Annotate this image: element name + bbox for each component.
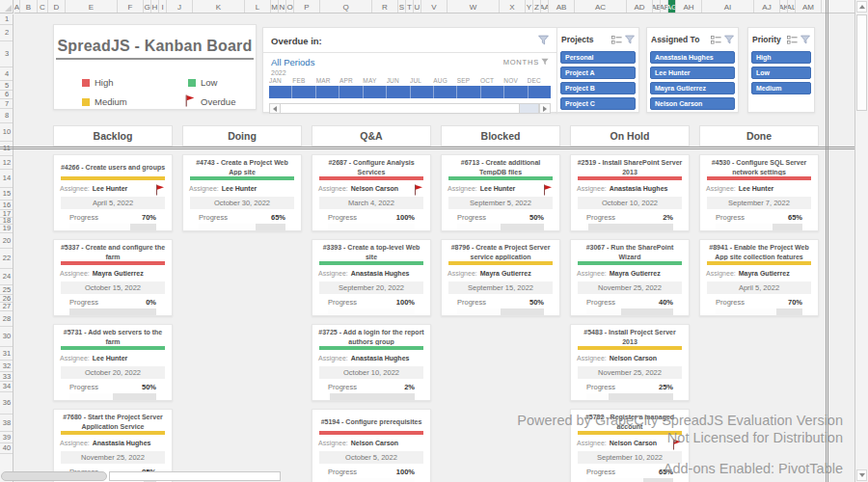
slicer-item[interactable]: Mayra Gutierrez [650,82,735,94]
row-header-cell[interactable]: 5 [0,81,14,91]
timeline-unit-selector[interactable]: MONTHS [503,58,549,67]
row-header-cell[interactable]: 33 [0,372,14,382]
column-header-cell[interactable]: W [448,0,500,13]
slicer-item[interactable]: Anastasia Hughes [650,51,735,64]
column-header-cell[interactable]: T [406,0,414,13]
multi-select-icon[interactable] [711,31,721,48]
timeline-bar-segment[interactable] [457,86,480,98]
column-header-cell[interactable]: AB [549,0,575,13]
kanban-card[interactable]: #3393 - Create a top-level Web site Assi… [312,239,431,316]
timeline-month-label[interactable]: MAY [363,77,386,84]
column-header-cell[interactable]: AK [780,0,788,13]
column-header-cell[interactable]: AJ [754,0,780,13]
column-header-cell[interactable]: X [500,0,526,13]
timeline-scroll-right-icon[interactable] [539,103,551,114]
vertical-scroll-thumb[interactable] [856,14,867,111]
column-header-cell[interactable]: J [167,0,193,13]
row-header-cell[interactable]: 38 [0,415,14,432]
filter-funnel-icon[interactable] [800,31,810,48]
column-header-cell[interactable]: AF [661,0,668,13]
column-header-cell[interactable]: AA [541,0,549,13]
row-header-cell[interactable]: 2 [0,25,14,41]
column-header-cell[interactable]: AI [702,0,754,13]
kanban-card[interactable]: #5194 - Configure prerequisites Assignee… [312,409,431,482]
select-all-corner[interactable] [0,0,14,13]
slicer-item[interactable]: Project B [560,82,636,94]
kanban-card[interactable]: #3067 - Run the SharePoint Wizard Assign… [570,239,690,316]
timeline-bar-segment[interactable] [481,86,504,98]
column-header-cell[interactable]: U [414,0,421,13]
multi-select-icon[interactable] [611,31,622,48]
column-header-cell[interactable]: M [271,0,279,13]
slicer-item[interactable]: Medium [751,82,811,94]
column-header-cell[interactable]: V [421,0,448,13]
kanban-card[interactable]: #4266 - Create users and groups Assignee… [53,154,173,231]
timeline-bar-segment[interactable] [529,86,551,98]
row-header-cell[interactable]: 8 [0,109,14,123]
timeline-month-label[interactable]: OCT [480,77,503,84]
column-header-cell[interactable]: O [286,0,294,13]
filter-funnel-icon[interactable] [724,31,734,48]
timeline-bar-segment[interactable] [316,86,339,98]
timeline-month-label[interactable]: NOV [503,77,527,84]
kanban-card[interactable]: #8796 - Create a Project Server service … [441,239,560,316]
timeline-bar-segment[interactable] [364,86,387,98]
row-header-cell[interactable]: 32 [0,361,14,372]
scroll-down-icon[interactable] [856,469,867,481]
column-header-cell[interactable]: I [159,0,167,13]
timeline-month-label[interactable]: FEB [292,77,315,84]
row-header-cell[interactable]: 24 [0,269,14,285]
column-header-cell[interactable]: K [193,0,245,13]
column-header-cell[interactable]: AL [788,0,796,13]
kanban-card[interactable]: #5337 - Create and configure the farm As… [53,239,173,316]
column-header-cell[interactable]: Q [320,0,372,13]
timeline-scroll-track[interactable] [520,103,539,114]
kanban-card[interactable]: #6713 - Create additional TempDB files A… [441,154,560,231]
row-header-cell[interactable]: 4 [0,67,14,81]
row-header-cell[interactable]: 25 [0,285,14,295]
column-header-cell[interactable]: AH [676,0,702,13]
column-header-cell[interactable]: E [66,0,118,13]
timeline-scrollbar[interactable] [269,103,551,114]
column-header-cell[interactable]: L [245,0,271,13]
row-header-cell[interactable]: 17 [0,210,14,218]
row-header-cell[interactable]: 40 [0,443,14,454]
row-header-cell[interactable]: 10 [0,123,14,142]
scroll-up-icon[interactable] [856,1,867,13]
column-header-cell[interactable]: C [38,0,48,13]
column-header-cell[interactable]: P [294,0,320,13]
row-header-cell[interactable]: 14 [0,170,14,188]
kanban-card[interactable]: #3725 - Add a login for the report autho… [312,324,431,401]
column-header-cell[interactable]: AM [796,0,822,13]
timeline-bar-segment[interactable] [411,86,434,98]
row-header-cell[interactable]: 27 [0,303,14,311]
row-header-cell[interactable]: 26 [0,295,14,303]
column-header-cell[interactable]: H [151,0,159,13]
timeline-month-label[interactable]: JUN [387,77,410,84]
timeline-month-label[interactable]: MAR [316,77,339,84]
kanban-card[interactable]: #2687 - Configure Analysis Services Assi… [312,154,431,231]
timeline-month-label[interactable]: DEC [528,77,551,84]
kanban-card[interactable]: #8941 - Enable the Project Web App site … [699,239,819,316]
timeline-bar-segment[interactable] [292,86,315,98]
horizontal-scroll-thumb[interactable] [1,471,107,481]
column-header-cell[interactable]: F [118,0,144,13]
timeline-bar-segment[interactable] [269,86,292,98]
timeline-bar-segment[interactable] [504,86,528,98]
timeline-scroll-left-icon[interactable] [269,103,281,114]
row-header-cell[interactable]: 19 [0,225,14,233]
row-header-cell[interactable]: 15 [0,188,14,201]
column-header-cell[interactable]: B [20,0,38,13]
timeline-scroll-thumb[interactable] [281,103,520,114]
column-header-cell[interactable]: D [48,0,66,13]
slicer-item[interactable]: Personal [560,51,636,64]
column-header-cell[interactable]: AD [627,0,653,13]
column-header-cell[interactable]: S [398,0,406,13]
column-header-cell[interactable]: R [372,0,398,13]
row-header-cell[interactable]: 18 [0,218,14,225]
vertical-scrollbar[interactable] [854,0,868,482]
multi-select-icon[interactable] [787,31,798,48]
timeline-month-label[interactable]: JAN [269,77,292,84]
slicer-item[interactable]: Lee Hunter [650,67,735,79]
timeline-bar-segment[interactable] [339,86,363,98]
